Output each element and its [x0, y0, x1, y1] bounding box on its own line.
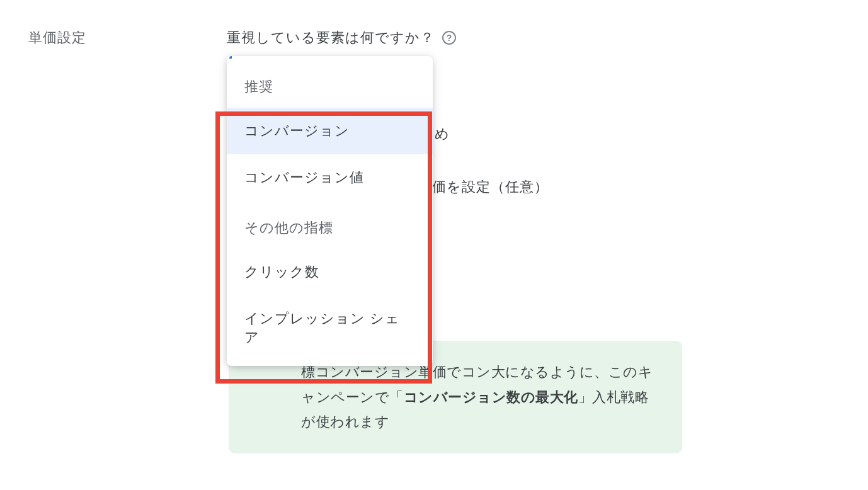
obscured-text-1: め: [435, 125, 450, 144]
section-label: 単価設定: [28, 28, 227, 59]
dropdown-item-impression-share[interactable]: インプレッション シェア: [227, 295, 433, 361]
question-text: 重視している要素は何ですか？: [227, 28, 435, 47]
info-text-1: 標コンバージョン単価でコン: [301, 364, 491, 380]
obscured-text-2: 価を設定（任意）: [432, 178, 549, 197]
dropdown-group-recommended: 推奨: [227, 60, 433, 108]
right-content: 重視している要素は何ですか？ ? め 価を設定（任意） 標コンバージョン単価でコ…: [227, 28, 840, 59]
dropdown-group-other: その他の指標: [227, 201, 433, 249]
help-icon[interactable]: ?: [442, 31, 456, 45]
bidding-section: 単価設定 重視している要素は何ですか？ ? め 価を設定（任意） 標コンバージョ…: [0, 0, 868, 87]
info-card-text: 標コンバージョン単価でコン大になるように、このキャンペーンで「コンバージョン数の…: [301, 360, 660, 435]
question-row: 重視している要素は何ですか？ ?: [227, 28, 840, 47]
dropdown-item-conversions[interactable]: コンバージョン: [227, 108, 433, 154]
info-text-bold: コンバージョン数の最大化: [404, 389, 578, 405]
dropdown-item-conversion-value[interactable]: コンバージョン値: [227, 154, 433, 201]
focus-dropdown[interactable]: 推奨 コンバージョン コンバージョン値 その他の指標 クリック数 インプレッショ…: [227, 56, 433, 366]
dropdown-item-clicks[interactable]: クリック数: [227, 249, 433, 295]
